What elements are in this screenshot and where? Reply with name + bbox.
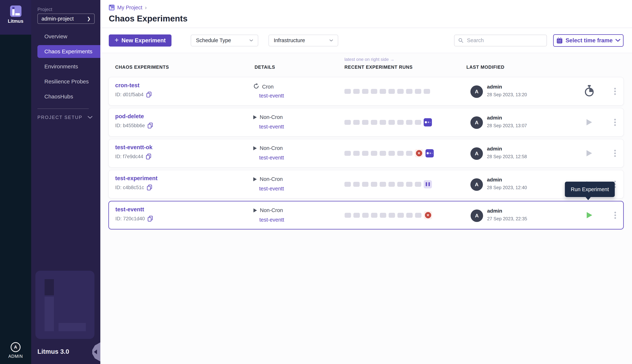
run-running-badge[interactable] (425, 149, 434, 158)
run-empty[interactable] (389, 213, 395, 218)
sidebar-item-chaos-experiments[interactable]: Chaos Experiments (38, 45, 100, 58)
run-empty[interactable] (371, 213, 377, 218)
run-empty[interactable] (388, 182, 395, 187)
run-running-badge[interactable] (424, 118, 432, 126)
experiment-row[interactable]: pod-delete ID: b455bb6e Non-Cron test-ev… (108, 108, 624, 136)
run-empty[interactable] (406, 89, 412, 94)
run-empty[interactable] (406, 213, 413, 218)
run-empty[interactable] (362, 120, 368, 125)
run-empty[interactable] (397, 213, 404, 218)
experiment-name-link[interactable]: cron-test (115, 82, 140, 89)
sidebar-collapse-button[interactable] (92, 342, 100, 362)
search-input[interactable] (467, 37, 543, 44)
run-empty[interactable] (353, 120, 360, 125)
app-version: Litmus 3.0 (38, 348, 69, 355)
row-menu-button[interactable] (611, 77, 618, 105)
infrastructure-dropdown[interactable]: Infrastructure (269, 35, 338, 46)
new-experiment-button[interactable]: + New Experiment (109, 34, 172, 46)
sidebar-item-chaoshubs[interactable]: ChaosHubs (31, 89, 100, 104)
run-empty[interactable] (397, 120, 404, 125)
search-box (454, 35, 547, 46)
project-selector-value: admin-project (42, 16, 74, 22)
select-time-frame-button[interactable]: Select time frame (553, 34, 623, 47)
experiment-row[interactable]: test-eventt-ok ID: f7e9dc44 Non-Cron tes… (108, 139, 624, 168)
run-empty[interactable] (353, 89, 360, 94)
experiment-row[interactable]: test-eventt ID: 720c1d40 Non-Cron test-e… (108, 201, 624, 230)
run-empty[interactable] (344, 151, 351, 156)
run-empty[interactable] (371, 89, 377, 94)
run-empty[interactable] (406, 151, 412, 156)
run-empty[interactable] (362, 89, 368, 94)
run-empty[interactable] (397, 89, 404, 94)
run-empty[interactable] (424, 89, 430, 94)
infrastructure-link[interactable]: test-eventt (259, 217, 284, 223)
run-empty[interactable] (397, 182, 404, 187)
run-experiment-button[interactable] (586, 119, 592, 125)
run-empty[interactable] (353, 151, 360, 156)
infrastructure-link[interactable]: test-eventt (259, 93, 284, 99)
run-empty[interactable] (362, 213, 369, 218)
row-menu-button[interactable] (611, 139, 618, 167)
breadcrumb-my-project[interactable]: My Project (117, 4, 142, 11)
run-empty[interactable] (380, 213, 386, 218)
calendar-icon (556, 37, 563, 44)
run-failed-badge[interactable]: ✕ (415, 149, 423, 158)
copy-icon[interactable] (147, 184, 152, 190)
run-empty[interactable] (380, 182, 386, 187)
experiment-row[interactable]: cron-test ID: d01f5ab4 Cron test-eventt (108, 77, 624, 106)
infrastructure-link[interactable]: test-eventt (259, 186, 284, 192)
run-empty[interactable] (380, 89, 386, 94)
run-empty[interactable] (344, 120, 351, 125)
run-empty[interactable] (362, 182, 368, 187)
run-empty[interactable] (415, 213, 421, 218)
experiment-name-link[interactable]: test-experiment (115, 175, 158, 182)
copy-icon[interactable] (148, 216, 153, 222)
user-avatar[interactable]: A (11, 342, 21, 352)
row-menu-button[interactable] (611, 108, 618, 136)
run-empty[interactable] (406, 182, 412, 187)
run-failed-badge[interactable]: ✕ (424, 211, 432, 220)
run-empty[interactable] (371, 120, 377, 125)
run-empty[interactable] (415, 120, 421, 125)
run-empty[interactable] (406, 120, 412, 125)
sidebar-item-environments[interactable]: Environments (31, 59, 100, 74)
run-empty[interactable] (344, 182, 351, 187)
copy-icon[interactable] (146, 154, 151, 160)
infrastructure-link[interactable]: test-eventt (259, 124, 284, 130)
modified-by: admin (487, 177, 502, 183)
run-empty[interactable] (362, 151, 368, 156)
experiment-name-link[interactable]: pod-delete (115, 113, 144, 120)
experiment-row[interactable]: test-experiment ID: c4b8c51c Non-Cron te… (108, 170, 624, 198)
run-empty[interactable] (415, 89, 421, 94)
run-empty[interactable] (397, 151, 404, 156)
experiment-name-link[interactable]: test-eventt (115, 206, 144, 213)
run-empty[interactable] (388, 89, 395, 94)
run-empty[interactable] (388, 151, 395, 156)
run-experiment-button[interactable] (587, 212, 592, 218)
run-paused-badge[interactable] (424, 180, 432, 188)
litmus-logo-icon[interactable] (10, 6, 22, 17)
run-empty[interactable] (380, 151, 386, 156)
schedule-type-dropdown[interactable]: Schedule Type (191, 35, 258, 46)
row-menu-button[interactable] (611, 202, 619, 229)
infrastructure-link[interactable]: test-eventt (259, 155, 284, 161)
run-empty[interactable] (353, 182, 360, 187)
run-empty[interactable] (415, 182, 421, 187)
sidebar-item-resilience-probes[interactable]: Resilience Probes (31, 74, 100, 89)
run-empty[interactable] (371, 182, 377, 187)
experiment-name-link[interactable]: test-eventt-ok (115, 144, 152, 151)
run-empty[interactable] (344, 89, 351, 94)
column-header-last-modified: LAST MODIFIED (466, 64, 504, 70)
run-empty[interactable] (353, 213, 360, 218)
sidebar-section-project-setup[interactable]: PROJECT SETUP (38, 115, 93, 120)
run-empty[interactable] (371, 151, 377, 156)
run-experiment-button[interactable] (586, 150, 592, 156)
project-selector[interactable]: admin-project ❯ (38, 14, 95, 24)
copy-icon[interactable] (148, 122, 153, 128)
copy-icon[interactable] (146, 92, 152, 98)
latest-run-note: latest one on right side → (344, 57, 394, 62)
sidebar-item-overview[interactable]: Overview (31, 29, 100, 44)
run-empty[interactable] (380, 120, 386, 125)
run-empty[interactable] (388, 120, 395, 125)
run-empty[interactable] (345, 213, 351, 218)
